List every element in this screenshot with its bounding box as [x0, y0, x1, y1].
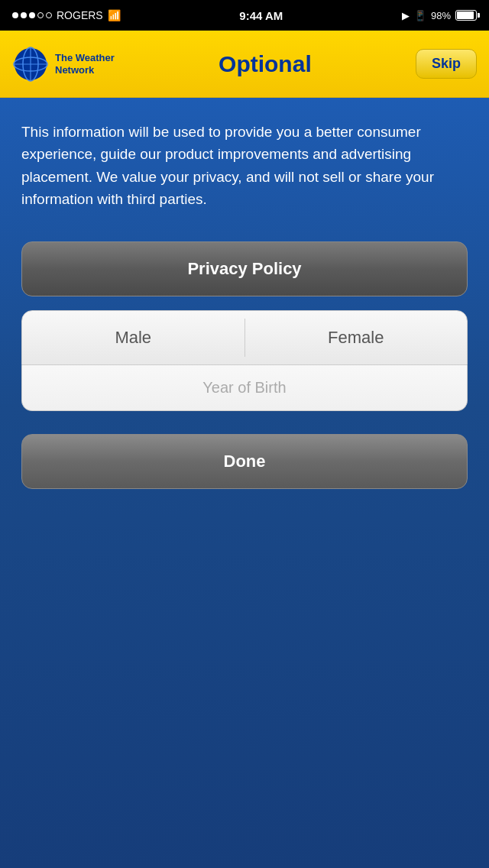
info-text: This information will be used to provide…	[21, 121, 468, 211]
main-content: This information will be used to provide…	[0, 98, 489, 868]
gender-selector: Male Female	[21, 310, 468, 365]
bluetooth-icon: 📱	[414, 10, 426, 21]
year-of-birth-container[interactable]: Year of Birth	[21, 365, 468, 411]
done-button[interactable]: Done	[21, 434, 468, 489]
location-icon: ▶	[402, 10, 410, 21]
male-option[interactable]: Male	[22, 311, 244, 364]
carrier-label: ROGERS	[57, 9, 103, 21]
status-time: 9:44 AM	[239, 9, 283, 22]
wifi-icon: 📶	[108, 9, 121, 21]
battery-box	[455, 10, 477, 21]
battery-fill	[457, 11, 474, 19]
battery-percent: 98%	[431, 10, 451, 21]
female-option[interactable]: Female	[245, 311, 468, 364]
status-left: ROGERS 📶	[12, 9, 121, 21]
signal-dot-2	[21, 12, 27, 18]
skip-button[interactable]: Skip	[416, 49, 477, 79]
logo-text: The Weather Network	[55, 52, 115, 76]
battery-icon	[455, 10, 477, 21]
signal-dot-3	[29, 12, 35, 18]
weather-network-logo	[12, 46, 49, 83]
logo-container: The Weather Network	[12, 46, 115, 83]
status-right: ▶ 📱 98%	[402, 10, 477, 21]
page-title: Optional	[115, 51, 416, 77]
signal-dot-5	[46, 12, 52, 18]
status-bar: ROGERS 📶 9:44 AM ▶ 📱 98%	[0, 0, 489, 31]
nav-bar: The Weather Network Optional Skip	[0, 31, 489, 98]
signal-dot-1	[12, 12, 18, 18]
done-label: Done	[224, 452, 266, 471]
female-label: Female	[328, 328, 384, 348]
gender-year-group: Male Female Year of Birth	[21, 310, 468, 411]
male-label: Male	[115, 328, 151, 348]
year-of-birth-placeholder: Year of Birth	[202, 379, 286, 397]
privacy-policy-button[interactable]: Privacy Policy	[21, 241, 468, 296]
privacy-policy-label: Privacy Policy	[187, 259, 301, 279]
signal-dot-4	[37, 12, 44, 18]
signal-strength	[12, 12, 52, 18]
